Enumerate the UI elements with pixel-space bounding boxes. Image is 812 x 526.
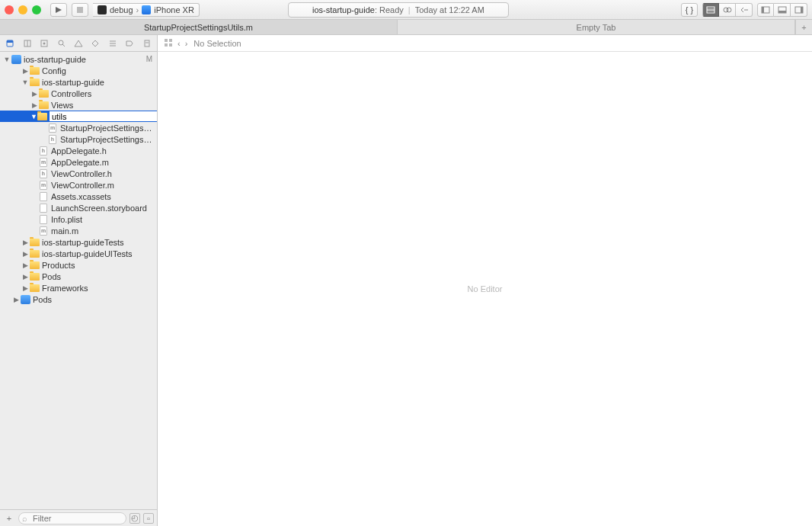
source-control-navigator-tab[interactable] [21,37,34,50]
scm-badge: M [146,55,152,63]
tree-row[interactable]: ▼ios-startup-guide [0,76,157,88]
tree-row[interactable]: ▶Pods [0,293,157,305]
disclosure-icon[interactable]: ▼ [30,113,37,120]
forward-button[interactable]: › [185,39,188,48]
tree-row[interactable]: ▶ios-startup-guideUITests [0,248,157,259]
navigator: ▼ios-startup-guideM▶Config▼ios-startup-g… [0,35,158,526]
tree-row[interactable]: LaunchScreen.storyboard [0,202,157,213]
tree-label: ios-startup-guide [42,78,152,87]
tree-row[interactable]: ▶Frameworks [0,282,157,293]
code-snippets-button[interactable]: { } [681,3,698,17]
scheme-selector[interactable]: debug › iPhone XR [93,3,200,17]
filter-icon: ⌕ [22,514,27,523]
tab-label: Empty Tab [577,23,616,32]
svg-rect-1 [77,7,83,13]
folder-icon [37,113,47,120]
chevron-right-icon: › [136,5,139,14]
filter-input[interactable] [18,512,126,524]
tree-row[interactable]: ▶Pods [0,271,157,282]
rename-input[interactable] [50,111,157,121]
disclosure-icon[interactable]: ▶ [21,67,29,75]
activity-status: ios-startup-guide: Ready | Today at 12:2… [288,2,509,18]
tree-row[interactable]: hAppDelegate.h [0,145,157,156]
test-navigator-tab[interactable] [89,37,101,50]
tree-row[interactable]: ▶Views [0,99,157,111]
tree-row[interactable]: ▶Controllers [0,88,157,99]
tree-row[interactable]: mAppDelegate.m [0,156,157,168]
tree-row[interactable]: hViewController.h [0,168,157,179]
tree-label: ios-startup-guideTests [42,238,152,247]
close-window-button[interactable] [5,5,14,14]
status-state: Ready [379,5,404,14]
tab-empty[interactable]: Empty Tab [398,20,795,34]
toggle-inspector-button[interactable] [791,3,807,17]
debug-navigator-tab[interactable] [107,37,119,50]
folder-icon [30,67,40,75]
tree-row[interactable]: mStartupProjectSettingsUtils.m [0,122,157,133]
file-icon: h [40,169,47,178]
stop-button[interactable] [72,3,88,17]
zoom-window-button[interactable] [32,5,41,14]
tree-row[interactable]: ▶Products [0,259,157,271]
issue-navigator-tab[interactable] [72,37,85,50]
back-button[interactable]: ‹ [177,39,181,48]
disclosure-icon[interactable]: ▶ [21,250,29,258]
run-button[interactable] [50,3,67,17]
toggle-navigator-button[interactable] [757,3,774,17]
find-navigator-tab[interactable] [56,37,68,50]
svg-rect-32 [169,43,172,47]
tree-label: AppDelegate.h [51,146,152,156]
related-items-icon[interactable] [164,38,173,49]
toggle-debug-area-button[interactable] [774,3,791,17]
disclosure-icon[interactable]: ▶ [21,284,29,292]
recent-filter-button[interactable]: ◴ [129,513,140,524]
tree-label: Config [42,66,152,75]
file-icon: m [40,158,47,167]
device-name: iPhone XR [154,5,194,14]
svg-rect-14 [7,40,13,43]
folder-icon [30,239,40,246]
tree-label: AppDelegate.m [51,158,152,167]
tree-row[interactable]: ▼ [0,111,157,122]
jump-bar-path: No Selection [193,39,241,48]
version-editor-button[interactable] [736,3,753,17]
minimize-window-button[interactable] [18,5,27,14]
folder-icon [30,261,40,269]
folder-icon [30,250,40,258]
project-navigator-tab[interactable] [4,37,16,50]
breakpoint-navigator-tab[interactable] [123,37,136,50]
disclosure-icon[interactable]: ▶ [30,90,38,98]
disclosure-icon[interactable]: ▶ [21,273,29,281]
standard-editor-button[interactable] [702,3,719,17]
tree-label: Info.plist [51,215,152,224]
tree-row[interactable]: ▶ios-startup-guideTests [0,236,157,248]
navigator-footer: + ⌕ ◴ ▫ [0,509,157,526]
new-tab-button[interactable]: + [795,20,812,34]
disclosure-icon[interactable]: ▶ [21,239,29,246]
tree-row[interactable]: hStartupProjectSettingsUtils.h [0,133,157,145]
folder-icon [30,79,40,86]
svg-marker-22 [92,40,98,47]
tree-row[interactable]: mViewController.m [0,179,157,191]
disclosure-icon[interactable]: ▶ [21,261,29,269]
tab-active[interactable]: StartupProjectSettingsUtils.m [0,20,398,34]
editor-placeholder: No Editor [158,52,812,526]
tree-row[interactable]: ▼ios-startup-guideM [0,53,157,65]
symbol-navigator-tab[interactable] [38,37,50,50]
tree-row[interactable]: Info.plist [0,213,157,225]
project-tree[interactable]: ▼ios-startup-guideM▶Config▼ios-startup-g… [0,52,157,509]
tree-row[interactable]: mmain.m [0,225,157,236]
report-navigator-tab[interactable] [141,37,153,50]
scheme-name: debug [110,5,133,14]
disclosure-icon[interactable]: ▼ [3,56,11,63]
assistant-editor-button[interactable] [719,3,736,17]
tree-row[interactable]: Assets.xcassets [0,191,157,202]
svg-marker-0 [56,7,62,13]
disclosure-icon[interactable]: ▶ [30,101,38,109]
scm-filter-button[interactable]: ▫ [143,513,154,524]
disclosure-icon[interactable]: ▼ [21,79,29,86]
add-button[interactable]: + [3,514,15,523]
svg-rect-8 [762,7,764,13]
disclosure-icon[interactable]: ▶ [12,296,20,303]
tree-row[interactable]: ▶Config [0,65,157,76]
